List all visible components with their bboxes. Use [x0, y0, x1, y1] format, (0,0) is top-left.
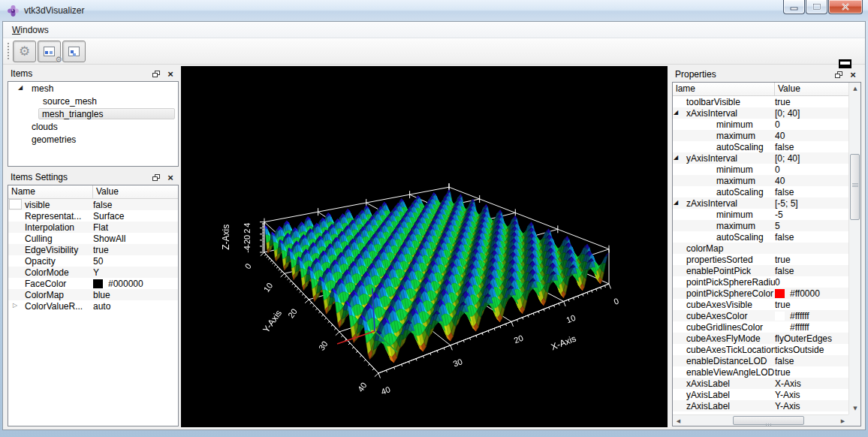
tree-item-geometries[interactable]: geometries [8, 133, 178, 146]
property-name: autoScaling [673, 232, 775, 243]
horizontal-scrollbar[interactable]: ◀ ▶ [673, 414, 848, 426]
title-bar[interactable]: vtk3dVisualizer [0, 0, 868, 21]
property-row-FaceColor[interactable]: FaceColor#000000 [8, 278, 178, 289]
property-row-autoScaling[interactable]: autoScalingfalse [673, 141, 848, 152]
scroll-right-arrow[interactable]: ▶ [837, 415, 848, 426]
property-row-enableDistanceLOD[interactable]: enableDistanceLODfalse [673, 355, 848, 366]
toolbar-scene-settings-button[interactable]: ⚙ [13, 41, 36, 62]
expanded-arrow-icon[interactable]: ◢ [674, 110, 678, 116]
property-row-ColorMap[interactable]: ColorMapblue [8, 289, 178, 300]
property-row-visible[interactable]: visiblefalse [8, 199, 178, 210]
property-row-zAxisInterval[interactable]: ◢zAxisInterval[-5; 5] [673, 197, 848, 209]
property-row-autoScaling[interactable]: autoScalingfalse [673, 231, 848, 243]
property-value: false [775, 356, 848, 366]
vertical-scroll-thumb[interactable] [850, 154, 860, 220]
property-row-yAxisInterval[interactable]: ◢yAxisInterval[0; 40] [673, 152, 848, 164]
menu-item-windows[interactable]: Windows [7, 23, 54, 37]
property-row-EdgeVisibility[interactable]: EdgeVisibilitytrue [8, 244, 178, 255]
property-row-cubeGridlinesColor[interactable]: cubeGridlinesColor#ffffff [673, 321, 848, 333]
items-dock-titlebar[interactable]: Items × [7, 66, 179, 81]
tree-item-label[interactable]: source_mesh [40, 95, 100, 107]
cell-editor-box[interactable] [9, 199, 22, 209]
property-row-minimum[interactable]: minimum-5 [673, 209, 848, 220]
property-row-enableViewAngleLOD[interactable]: enableViewAngleLODtrue [673, 366, 848, 378]
tree-item-mesh[interactable]: ◢mesh [8, 82, 178, 95]
property-row-ColorValueR...[interactable]: ▷ColorValueR...auto [8, 300, 178, 312]
minimize-button[interactable] [783, 0, 805, 14]
scroll-down-arrow[interactable]: ▼ [849, 402, 861, 414]
property-row-cubeAxesFlyMode[interactable]: cubeAxesFlyModeflyOuterEdges [673, 333, 848, 344]
items-settings-dock: Items Settings × Name Value visiblefalse… [7, 170, 179, 427]
property-value: false [93, 200, 178, 210]
property-value: flyOuterEdges [775, 333, 848, 344]
property-name: yAxisLabel [673, 390, 775, 400]
vertical-scrollbar[interactable]: ▲ ▼ [848, 83, 860, 414]
expanded-arrow-icon[interactable]: ◢ [18, 85, 23, 91]
items-close-button[interactable]: × [164, 68, 176, 79]
maximize-button[interactable] [806, 0, 827, 14]
property-row-colorMap[interactable]: colorMap [673, 243, 848, 254]
color-swatch[interactable] [775, 289, 785, 298]
tree-item-clouds[interactable]: clouds [8, 120, 178, 133]
scroll-left-arrow[interactable]: ◀ [673, 415, 684, 426]
property-row-ColorMode[interactable]: ColorModeY [8, 267, 178, 278]
close-button[interactable] [828, 0, 863, 14]
property-row-enablePointPick[interactable]: enablePointPickfalse [673, 265, 848, 276]
tree-item-label[interactable]: geometries [29, 134, 79, 145]
properties-float-button[interactable] [833, 69, 845, 80]
scroll-up-arrow[interactable]: ▲ [849, 83, 861, 95]
toolbar-items-tree-button[interactable] [62, 41, 86, 62]
property-name: ColorMap [8, 290, 93, 300]
items-settings-header[interactable]: Name Value [8, 185, 178, 199]
items-float-button[interactable] [150, 68, 162, 79]
property-row-Opacity[interactable]: Opacity50 [8, 255, 178, 267]
tree-item-label[interactable]: clouds [29, 121, 61, 132]
items-settings-float-button[interactable] [150, 172, 162, 182]
property-row-minimum[interactable]: minimum0 [673, 119, 848, 130]
property-row-pointPickSphereRadius[interactable]: pointPickSphereRadius0 [673, 276, 848, 288]
toolbar-item-settings-button[interactable]: ⚙ [38, 41, 61, 62]
property-row-toolbarVisible[interactable]: toolbarVisibletrue [673, 96, 848, 107]
property-row-xAxisInterval[interactable]: ◢xAxisInterval[0; 40] [673, 107, 848, 119]
property-row-Representat...[interactable]: Representat...Surface [8, 210, 178, 222]
property-row-cubeAxesVisible[interactable]: cubeAxesVisibletrue [673, 299, 848, 310]
tree-item-label[interactable]: mesh [29, 83, 56, 94]
property-row-maximum[interactable]: maximum40 [673, 175, 848, 186]
color-swatch[interactable] [93, 279, 103, 288]
3d-viewport[interactable] [181, 66, 668, 427]
property-row-propertiesSorted[interactable]: propertiesSortedtrue [673, 254, 848, 265]
column-header-value[interactable]: Value [775, 83, 848, 95]
tree-item-source_mesh[interactable]: source_mesh [8, 95, 178, 107]
property-name: enablePointPick [673, 266, 775, 276]
properties-close-button[interactable]: × [847, 69, 859, 80]
property-row-autoScaling[interactable]: autoScalingfalse [673, 186, 848, 197]
toolbar-drag-handle[interactable] [6, 41, 10, 61]
property-row-maximum[interactable]: maximum5 [673, 220, 848, 231]
column-header-name[interactable]: lame [673, 83, 775, 95]
property-row-zAxisLabel[interactable]: zAxisLabelY-Axis [673, 400, 848, 411]
tree-item-label[interactable]: mesh_triangles [38, 108, 175, 119]
color-swatch[interactable] [775, 323, 785, 332]
properties-header[interactable]: lame Value [673, 83, 848, 96]
property-row-minimum[interactable]: minimum0 [673, 164, 848, 175]
items-settings-dock-titlebar[interactable]: Items Settings × [7, 170, 179, 185]
horizontal-scroll-thumb[interactable] [733, 416, 804, 425]
properties-dock-titlebar[interactable]: Properties × [671, 67, 862, 82]
property-row-Interpolation[interactable]: InterpolationFlat [8, 222, 178, 233]
expanded-arrow-icon[interactable]: ◢ [674, 200, 678, 206]
column-header-value[interactable]: Value [93, 185, 178, 198]
collapsed-arrow-icon[interactable]: ▷ [13, 303, 17, 309]
property-name: Opacity [8, 256, 93, 267]
items-settings-close-button[interactable]: × [164, 172, 176, 182]
tree-item-mesh_triangles[interactable]: mesh_triangles [8, 107, 178, 120]
expanded-arrow-icon[interactable]: ◢ [674, 155, 678, 161]
property-row-pointPickSphereColor[interactable]: pointPickSphereColor#ff0000 [673, 288, 848, 299]
property-row-maximum[interactable]: maximum40 [673, 130, 848, 141]
property-row-yAxisLabel[interactable]: yAxisLabelY-Axis [673, 389, 848, 400]
color-swatch[interactable] [775, 312, 785, 321]
property-row-cubeAxesTickLocation[interactable]: cubeAxesTickLocationticksOutside [673, 344, 848, 355]
property-row-cubeAxesColor[interactable]: cubeAxesColor#ffffff [673, 310, 848, 321]
column-header-name[interactable]: Name [8, 185, 93, 198]
property-row-Culling[interactable]: CullingShowAll [8, 233, 178, 244]
property-row-xAxisLabel[interactable]: xAxisLabelX-Axis [673, 378, 848, 389]
